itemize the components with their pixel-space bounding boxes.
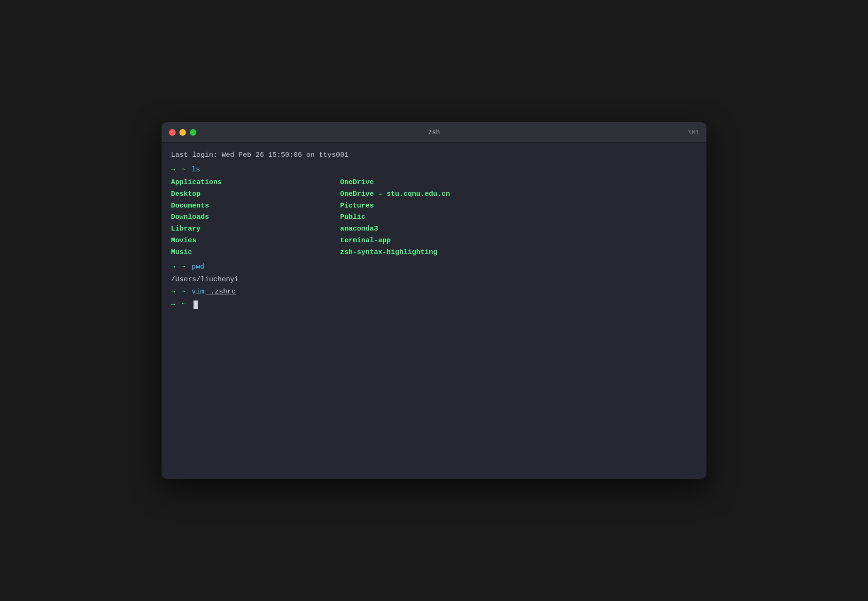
prompt-tilde-4: ~	[177, 300, 186, 310]
ls-item-applications: Applications	[171, 177, 340, 189]
traffic-lights	[169, 129, 196, 136]
prompt-tilde-3: ~	[177, 287, 186, 298]
command-ls: ls	[187, 165, 200, 176]
ls-item-terminal-app: terminal-app	[340, 235, 697, 247]
maximize-button[interactable]	[190, 129, 196, 136]
pwd-output: /Users/liuchenyi	[171, 275, 697, 285]
terminal-window: zsh ⌥⌘1 Last login: Wed Feb 26 15:50:06 …	[162, 122, 706, 479]
window-title: zsh	[428, 129, 440, 136]
prompt-tilde-2: ~	[177, 262, 186, 273]
prompt-tilde-1: ~	[177, 165, 186, 176]
ls-item-onedrive-stu: OneDrive – stu.cqnu.edu.cn	[340, 189, 697, 200]
command-pwd: pwd	[187, 262, 204, 273]
ls-item-desktop: Desktop	[171, 189, 340, 200]
close-button[interactable]	[169, 129, 176, 136]
prompt-line-current[interactable]: → ~	[171, 300, 697, 310]
vim-argument: .zshrc	[206, 287, 236, 298]
ls-item-documents: Documents	[171, 200, 340, 212]
terminal-body[interactable]: Last login: Wed Feb 26 15:50:06 on ttys0…	[162, 143, 706, 479]
login-line: Last login: Wed Feb 26 15:50:06 on ttys0…	[171, 150, 697, 161]
ls-col2: OneDrive OneDrive – stu.cqnu.edu.cn Pict…	[340, 177, 697, 258]
ls-item-onedrive: OneDrive	[340, 177, 697, 189]
ls-item-pictures: Pictures	[340, 200, 697, 212]
prompt-arrow-3: →	[171, 287, 175, 298]
ls-output: Applications Desktop Documents Downloads…	[171, 177, 697, 258]
ls-col1: Applications Desktop Documents Downloads…	[171, 177, 340, 258]
prompt-space	[187, 300, 192, 310]
prompt-arrow-4: →	[171, 300, 175, 310]
ls-item-zsh-syntax: zsh-syntax-highlighting	[340, 247, 697, 259]
ls-item-public: Public	[340, 212, 697, 223]
prompt-line-ls: → ~ ls	[171, 165, 697, 176]
ls-item-anaconda3: anaconda3	[340, 223, 697, 235]
command-vim: vim	[187, 287, 204, 298]
keyboard-shortcut: ⌥⌘1	[688, 129, 699, 136]
ls-item-library: Library	[171, 223, 340, 235]
prompt-line-pwd: → ~ pwd	[171, 262, 697, 273]
ls-item-movies: Movies	[171, 235, 340, 247]
minimize-button[interactable]	[179, 129, 186, 136]
prompt-line-vim: → ~ vim .zshrc	[171, 287, 697, 298]
ls-item-music: Music	[171, 247, 340, 259]
cursor	[194, 300, 198, 309]
titlebar: zsh ⌥⌘1	[162, 122, 706, 143]
prompt-arrow-2: →	[171, 262, 175, 273]
ls-item-downloads: Downloads	[171, 212, 340, 223]
prompt-arrow-1: →	[171, 165, 175, 176]
